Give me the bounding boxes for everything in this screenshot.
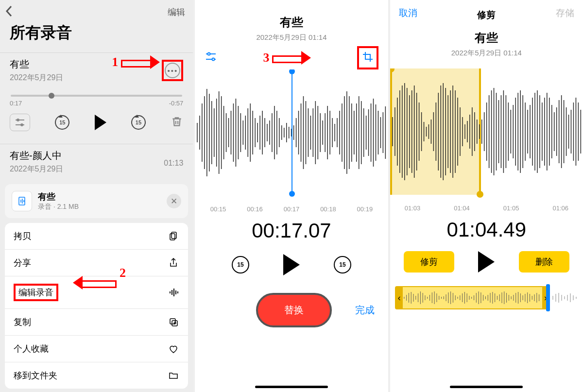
trash-icon[interactable] [171,115,183,130]
home-indicator [450,386,523,388]
done-button[interactable]: 完成 [355,304,375,317]
recording-row-expanded[interactable]: 有些 2022年5月29日 ••• 1 0:17 -0:57 15 15 [0,52,193,144]
sheet-item-share[interactable]: 分享 [5,250,188,276]
svg-point-20 [208,53,210,55]
delete-button[interactable]: 删除 [519,251,569,273]
action-sheet: 拷贝 分享 编辑录音 2 复制 个人收藏 [5,223,188,389]
label: 分享 [14,257,31,269]
svg-rect-9 [170,234,175,240]
arrow-right-icon [272,54,311,62]
recording-date: 2022年5月29日 01:14 [390,49,583,58]
current-time: 00:17.07 [195,219,388,242]
home-indicator [255,386,328,388]
recording-name: 有些 [10,58,63,71]
panel-recordings-list: 编辑 所有录音 有些 2022年5月29日 ••• 1 0:17 -0:57 [0,0,193,392]
settings-icon[interactable] [10,114,30,131]
callout-3: 3 [263,51,269,65]
sliders-icon[interactable] [205,51,217,64]
overview-cursor[interactable] [546,284,550,311]
recording-date: 2022年5月29日 [10,73,63,83]
overview-selection[interactable]: ‹ › [395,286,550,309]
sheet-item-duplicate[interactable]: 复制 [5,309,188,336]
heart-icon [168,343,179,355]
label: 编辑录音 [18,288,53,297]
share-icon [168,257,179,269]
label: 复制 [14,316,31,328]
waveform-icon [168,287,179,298]
overview-track[interactable]: ‹ › [395,286,578,309]
svg-point-3 [21,124,23,126]
skip-back-icon[interactable]: 15 [232,256,249,273]
trim-title: 修剪 [390,9,583,21]
replace-button[interactable]: 替换 [256,293,332,327]
overview-handle-left[interactable]: ‹ [396,287,403,308]
recording-name: 有些 [195,15,388,30]
recording-duration: 01:13 [164,159,183,168]
sheet-header: 有些 录音 · 2.1 MB ✕ [5,184,188,218]
label: 个人收藏 [14,343,49,355]
scrubber[interactable] [11,95,182,97]
arrow-left-icon [73,279,117,287]
trim-button[interactable]: 修剪 [404,251,454,273]
arrow-right-icon [121,58,160,66]
svg-rect-8 [171,232,176,239]
sheet-subtitle: 录音 · 2.1 MB [38,203,79,211]
callout-1: 1 [112,55,118,69]
sheet-item-move[interactable]: 移到文件夹 [5,362,188,389]
time-elapsed: 0:17 [10,100,22,107]
current-time: 01:04.49 [390,218,583,241]
sheet-item-copy[interactable]: 拷贝 [5,223,188,250]
panel-trim: 取消 存储 修剪 有些 2022年5月29日 01:14 01:0301:040… [390,0,583,392]
waveform[interactable]: 00:1500:1600:1700:1800:19 [195,69,388,215]
recording-date: 2022年5月29日 01:14 [195,33,388,42]
time-ruler: 00:1500:1600:1700:1800:19 [195,205,388,213]
svg-point-1 [17,119,19,121]
play-icon[interactable] [95,115,106,130]
more-icon[interactable]: ••• [165,63,180,78]
recording-row[interactable]: 有些-颜人中 2022年5月29日 01:13 [0,144,193,179]
skip-back-icon[interactable]: 15 [55,115,69,130]
playhead[interactable] [292,69,292,196]
skip-forward-icon[interactable]: 15 [334,256,351,273]
save-button[interactable]: 存储 [556,7,574,19]
crop-icon[interactable] [362,56,374,64]
recording-date: 2022年5月29日 [10,164,63,174]
page-title: 所有录音 [0,19,193,52]
recording-name: 有些 [390,30,583,46]
cancel-button[interactable]: 取消 [399,7,417,19]
callout-2: 2 [120,266,126,280]
close-icon[interactable]: ✕ [167,194,181,208]
panel-edit-recording: 有些 2022年5月29日 01:14 3 [195,0,388,392]
folder-icon [168,370,179,381]
waveform[interactable]: 01:0301:0401:0501:06 [390,68,583,214]
sheet-title: 有些 [38,191,79,203]
back-icon[interactable] [5,5,14,19]
label: 移到文件夹 [14,370,57,381]
recording-name: 有些-颜人中 [10,149,63,162]
play-icon[interactable] [283,254,300,275]
time-ruler: 01:0301:0401:0501:06 [390,205,583,212]
skip-forward-icon[interactable]: 15 [131,115,146,130]
copy-icon [168,230,179,242]
svg-point-22 [212,58,215,61]
edit-button[interactable]: 编辑 [168,6,185,18]
label: 拷贝 [14,230,31,242]
duplicate-icon [168,316,179,328]
sheet-item-favorite[interactable]: 个人收藏 [5,336,188,362]
file-icon [12,191,32,211]
time-remaining: -0:57 [169,100,184,107]
play-icon[interactable] [478,251,495,273]
